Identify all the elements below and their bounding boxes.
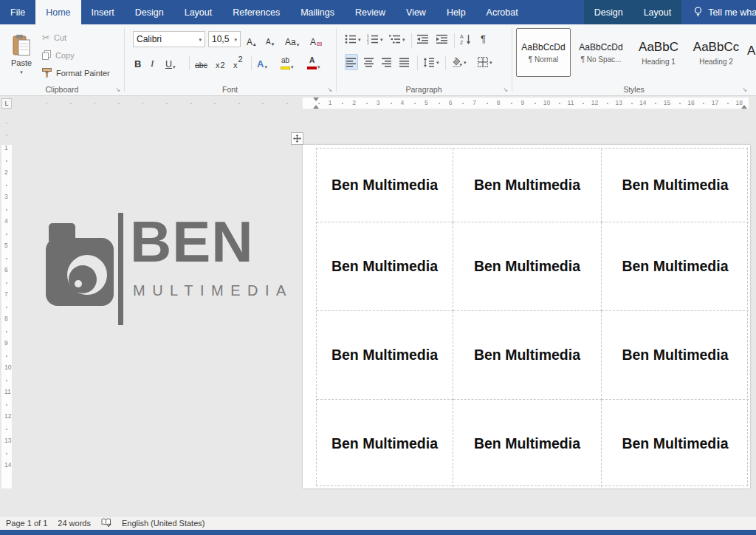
table-cell-r1c3[interactable]: Ben Multimedia [602, 149, 749, 222]
word-window: FileHomeInsertDesignLayoutReferencesMail… [0, 0, 756, 535]
table-cell-r3c2[interactable]: Ben Multimedia [453, 311, 602, 400]
tab-design[interactable]: Design [125, 0, 174, 24]
paragraph-dialog-launcher[interactable]: ↘ [503, 86, 508, 93]
context-tab-layout[interactable]: Layout [633, 0, 682, 24]
sort-button[interactable]: A Z [460, 30, 471, 47]
decrease-indent-button[interactable] [417, 31, 429, 47]
tab-acrobat[interactable]: Acrobat [476, 0, 529, 24]
align-left-button[interactable] [345, 54, 358, 70]
word-count[interactable]: 24 words [58, 519, 91, 528]
ruler-number: 2 [352, 99, 356, 106]
text-effects-button[interactable]: A ▾ [257, 55, 267, 69]
copy-label: Copy [55, 51, 75, 60]
table-cell-r2c3[interactable]: Ben Multimedia [602, 222, 749, 311]
superscript-button[interactable]: x 2 [233, 55, 243, 69]
change-case-button[interactable]: Aa ▾ [285, 33, 299, 47]
table-cell-r3c1[interactable]: Ben Multimedia [317, 311, 453, 400]
styles-cards: AaBbCcDd¶ NormalAaBbCcDd¶ No Spac...AaBb… [516, 28, 756, 77]
tab-insert[interactable]: Insert [81, 0, 125, 24]
ribbon: Paste ▾ ✂ Cut Copy Format P [0, 24, 756, 96]
italic-icon: I [151, 58, 154, 69]
document-canvas[interactable]: BEN MULTIMEDIA Ben MultimediaBen Multime… [13, 111, 756, 516]
copy-button[interactable]: Copy [42, 50, 75, 60]
font-dialog-launcher[interactable]: ↘ [327, 86, 332, 93]
subscript-button[interactable]: x 2 [216, 55, 225, 69]
italic-button[interactable]: I [151, 55, 154, 69]
align-center-button[interactable] [364, 54, 374, 70]
style-preview: AaBbC [639, 40, 678, 55]
decrease-indent-icon [417, 34, 429, 44]
page-indicator[interactable]: Page 1 of 1 [6, 519, 47, 528]
ruler-tick [6, 380, 7, 381]
clipboard-dialog-launcher[interactable]: ↘ [115, 86, 120, 93]
table-cell-r4c1[interactable]: Ben Multimedia [317, 400, 453, 487]
borders-button[interactable]: ▾ [478, 54, 492, 70]
tab-view[interactable]: View [396, 0, 436, 24]
bullets-button[interactable]: ▾ [345, 31, 361, 47]
table-cell-r4c3[interactable]: Ben Multimedia [602, 400, 749, 487]
style-label: Heading 1 [642, 58, 676, 66]
highlight-button[interactable]: ab ▾ [281, 55, 294, 69]
table-cell-r1c1[interactable]: Ben Multimedia [317, 149, 453, 222]
company-logo[interactable]: BEN MULTIMEDIA [46, 213, 300, 331]
table-cell-r4c2[interactable]: Ben Multimedia [453, 400, 602, 487]
grow-font-icon: A [247, 37, 252, 47]
clear-formatting-button[interactable]: A [310, 33, 322, 47]
style-card-0[interactable]: AaBbCcDd¶ Normal [516, 28, 571, 77]
font-color-button[interactable]: A ▾ [307, 55, 320, 69]
tab-layout[interactable]: Layout [174, 0, 223, 24]
tab-help[interactable]: Help [436, 0, 476, 24]
style-card-2[interactable]: AaBbCHeading 1 [631, 28, 686, 77]
ruler-number: 4 [400, 99, 404, 106]
ruler-tick [439, 103, 440, 104]
bold-button[interactable]: B [134, 55, 141, 69]
style-card-3[interactable]: AaBbCcHeading 2 [689, 28, 743, 77]
multilevel-list-button[interactable]: ▾ [389, 31, 405, 47]
styles-dialog-launcher[interactable]: ↘ [742, 86, 747, 93]
h-ruler[interactable]: 123456789101112131415161718 [13, 98, 756, 109]
text-effects-icon: A [257, 58, 264, 69]
separator [189, 55, 190, 70]
table-cell-r1c2[interactable]: Ben Multimedia [453, 149, 602, 222]
first-line-indent-marker[interactable] [313, 98, 319, 101]
line-spacing-caret-icon: ▾ [436, 60, 439, 65]
numbering-button[interactable]: 1 2 3 ▾ [367, 31, 383, 47]
tab-mailings[interactable]: Mailings [290, 0, 345, 24]
cut-button[interactable]: ✂ Cut [42, 33, 66, 43]
ruler-number: 10 [4, 364, 11, 371]
font-size-input[interactable]: 10,5 ▾ [208, 31, 241, 47]
justify-button[interactable] [399, 54, 410, 70]
ruler-tick [166, 103, 168, 104]
ruler-tick [6, 258, 7, 259]
line-spacing-button[interactable]: ▾ [423, 54, 439, 70]
ruler-number: 5 [425, 99, 428, 106]
table-move-handle[interactable] [291, 132, 303, 145]
tab-review[interactable]: Review [345, 0, 396, 24]
underline-button[interactable]: U ▾ [165, 55, 176, 69]
tab-references[interactable]: References [222, 0, 290, 24]
format-painter-button[interactable]: Format Painter [42, 68, 110, 78]
table-cell-r3c3[interactable]: Ben Multimedia [602, 311, 749, 400]
hanging-indent-marker[interactable] [313, 105, 319, 109]
style-card-4[interactable]: A [746, 28, 756, 77]
v-ruler[interactable]: 1234567891011121314 [1, 111, 12, 510]
shrink-font-button[interactable]: A ▾ [266, 33, 274, 47]
proofing-status[interactable] [101, 518, 111, 528]
paste-button[interactable]: Paste ▾ [4, 29, 38, 88]
align-right-button[interactable] [382, 54, 392, 70]
grow-font-button[interactable]: A ▴ [247, 33, 256, 47]
shading-button[interactable]: ▾ [451, 54, 467, 70]
language-indicator[interactable]: English (United States) [122, 519, 205, 528]
tab-home[interactable]: Home [35, 0, 80, 24]
tab-stop-selector[interactable]: L [1, 98, 12, 109]
table-cell-r2c1[interactable]: Ben Multimedia [317, 222, 453, 311]
table-cell-r2c2[interactable]: Ben Multimedia [453, 222, 602, 311]
style-card-1[interactable]: AaBbCcDd¶ No Spac... [574, 28, 628, 77]
context-tab-design[interactable]: Design [584, 0, 633, 24]
tell-me-box[interactable]: Tell me what you want [693, 0, 756, 24]
tab-file[interactable]: File [0, 0, 35, 24]
strikethrough-button[interactable]: abc [195, 55, 207, 69]
font-name-input[interactable]: Calibri ▾ [133, 31, 205, 47]
show-formatting-button[interactable]: ¶ [481, 30, 486, 47]
increase-indent-button[interactable] [436, 31, 448, 47]
